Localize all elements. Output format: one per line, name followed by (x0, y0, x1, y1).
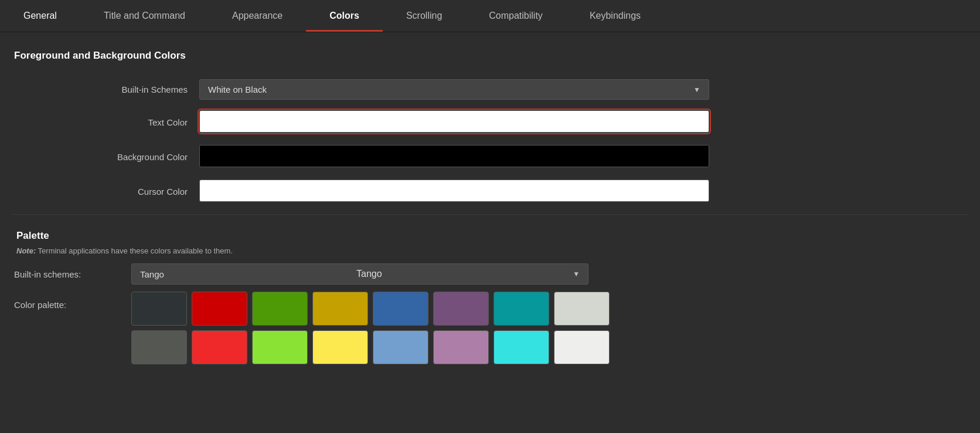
tab-compatibility[interactable]: Compatibility (465, 0, 566, 32)
text-color-button[interactable] (199, 110, 709, 133)
fg-bg-section-title: Foreground and Background Colors (12, 44, 968, 67)
tab-scrolling[interactable]: Scrolling (383, 0, 465, 32)
swatch-gray[interactable] (131, 330, 187, 364)
built-in-schemes-dropdown[interactable]: White on Black ▼ (199, 79, 709, 100)
palette-section: Palette Note: Terminal applications have… (12, 224, 968, 376)
cursor-color-row: Cursor Color (12, 180, 968, 204)
background-color-button[interactable] (199, 145, 709, 167)
built-in-schemes-row: Built-in Schemes White on Black ▼ (12, 79, 968, 100)
text-color-control (199, 110, 709, 134)
swatches-row-1 (131, 292, 610, 326)
swatch-green2[interactable] (252, 330, 308, 364)
cursor-color-label: Cursor Color (23, 187, 188, 197)
swatch-red1[interactable] (192, 292, 247, 326)
palette-schemes-label: Built-in schemes: (14, 269, 131, 279)
palette-schemes-row: Built-in schemes: Tango Tango ▼ (14, 263, 966, 285)
text-color-row: Text Color (12, 110, 968, 134)
background-color-control (199, 145, 709, 169)
swatch-purple1[interactable] (433, 292, 489, 326)
swatch-dark-gray[interactable] (131, 292, 187, 326)
background-color-label: Background Color (23, 152, 188, 162)
swatch-purple2[interactable] (433, 330, 489, 364)
content-area: Foreground and Background Colors Built-i… (0, 32, 980, 388)
tab-keybindings[interactable]: Keybindings (566, 0, 664, 32)
built-in-schemes-label: Built-in Schemes (23, 84, 188, 94)
swatch-yellow2[interactable] (312, 330, 368, 364)
palette-note: Note: Terminal applications have these c… (14, 246, 966, 255)
swatch-lightgray[interactable] (554, 292, 610, 326)
background-color-row: Background Color (12, 145, 968, 169)
built-in-schemes-control: White on Black ▼ (199, 79, 709, 100)
palette-dropdown-arrow-icon: ▼ (573, 270, 580, 278)
swatch-teal1[interactable] (494, 292, 549, 326)
color-palette-label: Color palette: (14, 292, 131, 310)
swatch-blue1[interactable] (373, 292, 428, 326)
color-palette-row: Color palette: (14, 292, 966, 364)
swatches-container (131, 292, 610, 364)
palette-schemes-dropdown[interactable]: Tango Tango ▼ (131, 263, 588, 285)
swatch-red2[interactable] (192, 330, 247, 364)
swatch-white[interactable] (554, 330, 610, 364)
palette-title: Palette (14, 230, 966, 242)
swatch-green1[interactable] (252, 292, 308, 326)
swatches-row-2 (131, 330, 610, 364)
text-color-label: Text Color (23, 117, 188, 127)
palette-schemes-value2: Tango (356, 269, 573, 279)
palette-note-text: Terminal applications have these colors … (36, 246, 233, 255)
tab-colors[interactable]: Colors (306, 0, 383, 32)
section-divider (12, 214, 968, 215)
tab-general[interactable]: General (0, 0, 80, 32)
swatch-yellow1[interactable] (312, 292, 368, 326)
tab-bar: General Title and Command Appearance Col… (0, 0, 980, 32)
cursor-color-control (199, 180, 709, 204)
swatch-teal2[interactable] (494, 330, 549, 364)
swatch-blue2[interactable] (373, 330, 428, 364)
palette-schemes-value1: Tango (140, 269, 356, 279)
built-in-schemes-value: White on Black (208, 84, 693, 94)
tab-title-command[interactable]: Title and Command (80, 0, 209, 32)
tab-appearance[interactable]: Appearance (209, 0, 306, 32)
dropdown-arrow-icon: ▼ (693, 86, 700, 94)
cursor-color-button[interactable] (199, 180, 709, 202)
palette-note-bold: Note: (16, 246, 36, 255)
